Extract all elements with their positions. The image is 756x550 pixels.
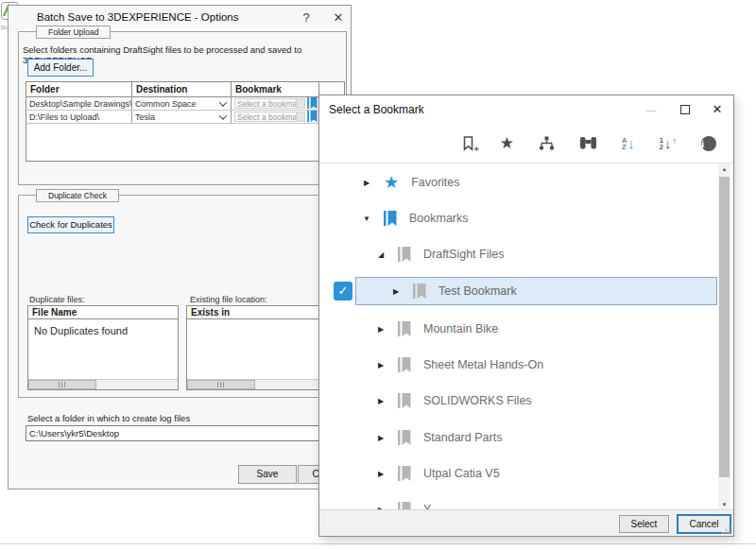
save-button[interactable]: Save: [238, 465, 297, 484]
add-bookmark-icon[interactable]: +: [463, 136, 475, 151]
destination-combo[interactable]: Tesla: [132, 111, 232, 123]
folder-upload-group-label: Folder Upload: [36, 26, 111, 39]
expanded-arrow-icon[interactable]: ▼: [362, 215, 371, 223]
hierarchy-icon[interactable]: [539, 136, 555, 151]
collapsed-arrow-icon[interactable]: ▶: [376, 397, 386, 405]
folder-cell[interactable]: Desktop\Sample Drawings\: [26, 97, 132, 110]
scrollbar-thumb[interactable]: [719, 177, 730, 477]
tree-item-label: Test Bookmark: [438, 284, 517, 298]
existing-location-label: Existing file location:: [190, 295, 267, 304]
favorites-star-icon[interactable]: ★: [500, 135, 514, 151]
horizontal-scrollbar[interactable]: [28, 379, 178, 389]
column-header-folder[interactable]: Folder: [26, 82, 132, 96]
bookmark-combo-value: Select a bookmark...: [235, 112, 296, 122]
bookmark-tree: ▶ ★ Favorites ▼ Bookmarks ◢ DraftSight F…: [325, 163, 730, 511]
bookmark-icon-gray: [398, 357, 411, 373]
resize-grip-icon[interactable]: [722, 524, 731, 534]
select-bookmark-dialog: Select a Bookmark — ✕ + ★: [318, 95, 734, 537]
plus-glyph: +: [473, 145, 478, 154]
close-icon[interactable]: ✕: [330, 9, 347, 26]
bookmark-icon-gray: [398, 430, 411, 446]
table-row[interactable]: Desktop\Sample Drawings\ Common Space Se…: [26, 97, 344, 111]
minimize-icon[interactable]: —: [643, 101, 660, 118]
folder-cell[interactable]: D:\Files to Upload\: [26, 111, 132, 123]
bookmark-combo[interactable]: Select a bookmark...: [234, 112, 305, 122]
collapsed-arrow-icon[interactable]: ▶: [376, 361, 386, 370]
tree-item-utpal-catia[interactable]: ▶ Utpal Catia V5: [376, 462, 500, 485]
bookmark-combo-value: Select a bookmark...: [235, 99, 296, 109]
destination-value: Common Space: [135, 99, 197, 109]
close-icon[interactable]: ✕: [709, 101, 726, 118]
vertical-scrollbar[interactable]: ▲ ▼: [718, 163, 730, 511]
bookmark-combo-dropdown[interactable]: [296, 112, 304, 121]
tree-item-bookmarks[interactable]: ▼ Bookmarks: [362, 207, 469, 230]
check-for-duplicates-button[interactable]: Check for Duplicates: [27, 216, 114, 233]
window-edge: [0, 543, 756, 544]
scrollbar-thumb[interactable]: [28, 380, 96, 389]
collapsed-arrow-icon[interactable]: ▶: [362, 179, 371, 187]
collapsed-arrow-icon[interactable]: ▶: [391, 287, 401, 296]
duplicate-files-list: File Name No Duplicates found: [27, 305, 179, 390]
column-header-destination[interactable]: Destination: [132, 82, 232, 96]
tree-item-favorites[interactable]: ▶ ★ Favorites: [362, 171, 460, 194]
help-button[interactable]: ?: [298, 9, 315, 26]
tree-item-solidworks-files[interactable]: ▶ SOLIDWORKS Files: [376, 389, 532, 412]
bookmark-icon-blue: [384, 211, 397, 227]
maximize-icon[interactable]: [677, 101, 694, 118]
grip-icon: [59, 382, 67, 387]
duplicate-check-group-label: Duplicate Check: [36, 189, 119, 202]
bookmark-dialog-titlebar: Select a Bookmark — ✕: [319, 95, 733, 120]
duplicate-files-content: No Duplicates found: [28, 320, 178, 379]
batch-save-options-dialog: Batch Save to 3DEXPERIENCE - Options ? ✕…: [8, 5, 352, 490]
collapsed-arrow-icon[interactable]: ▶: [376, 434, 386, 442]
destination-combo[interactable]: Common Space: [132, 97, 232, 110]
bookmark-picker-button[interactable]: [306, 97, 318, 110]
folder-table-header: Folder Destination Bookmark: [26, 82, 344, 97]
screen: DraftSight Batch Save to 3DEXPERIENCE - …: [0, 0, 756, 550]
search-binoculars-icon[interactable]: [579, 136, 597, 150]
existing-location-list: Exists in: [186, 305, 337, 390]
chevron-down-icon[interactable]: [219, 98, 227, 106]
scroll-up-icon[interactable]: ▲: [718, 163, 730, 176]
bookmark-cell: Select a bookmark...: [232, 97, 319, 110]
scrollbar-thumb[interactable]: [187, 380, 255, 389]
destination-value: Tesla: [135, 112, 155, 122]
add-folder-button[interactable]: Add Folder...: [27, 59, 94, 77]
bookmark-combo[interactable]: Select a bookmark...: [234, 98, 305, 109]
bookmark-icon-gray: [398, 466, 411, 482]
file-name-header[interactable]: File Name: [28, 306, 178, 319]
tree-item-sheet-metal[interactable]: ▶ Sheet Metal Hands-On: [376, 353, 543, 376]
tree-item-label: Bookmarks: [409, 212, 469, 225]
bookmark-toolbar: + ★: [319, 124, 733, 163]
log-folder-label: Select a folder in which to create log f…: [27, 413, 190, 423]
column-header-bookmark[interactable]: Bookmark: [232, 82, 319, 96]
expanded-arrow-icon[interactable]: ◢: [376, 250, 386, 259]
batch-dialog-title: Batch Save to 3DEXPERIENCE - Options: [37, 11, 238, 23]
tree-item-label: Utpal Catia V5: [423, 467, 500, 480]
tree-item-standard-parts[interactable]: ▶ Standard Parts: [376, 426, 502, 449]
exists-in-header[interactable]: Exists in: [187, 306, 336, 319]
tree-item-mountain-bike[interactable]: ▶ Mountain Bike: [376, 318, 498, 340]
select-button[interactable]: Select: [619, 515, 669, 533]
bookmark-dialog-footer: Select Cancel: [319, 509, 733, 536]
sort-alphabetical-icon[interactable]: A Z ↓: [622, 136, 635, 150]
tree-item-label: Sheet Metal Hands-On: [423, 358, 543, 371]
checkbox-checked[interactable]: ✓: [334, 282, 352, 301]
bookmark-combo-dropdown[interactable]: [296, 99, 304, 108]
log-folder-input[interactable]: [26, 425, 345, 441]
sort-numeric-icon[interactable]: 1 2 ↓ ↑: [660, 136, 677, 150]
tree-item-draftsight-files[interactable]: ◢ DraftSight Files: [376, 243, 504, 266]
down-arrow-glyph: ↓: [664, 136, 672, 150]
folder-table: Folder Destination Bookmark Desktop\Samp…: [26, 81, 345, 162]
chevron-down-icon[interactable]: [219, 112, 227, 119]
tree-item-label: DraftSight Files: [423, 248, 504, 261]
collapsed-arrow-icon[interactable]: ▶: [376, 470, 386, 478]
bookmark-picker-button[interactable]: [306, 111, 318, 123]
info-icon[interactable]: i: [701, 136, 716, 151]
horizontal-scrollbar[interactable]: [187, 379, 336, 389]
table-row[interactable]: D:\Files to Upload\ Tesla Select a bookm…: [26, 111, 344, 124]
tree-item-label: Mountain Bike: [423, 322, 498, 335]
bookmark-icon-gray: [413, 284, 426, 300]
collapsed-arrow-icon[interactable]: ▶: [376, 325, 386, 334]
tree-item-test-bookmark-selected[interactable]: ▶ Test Bookmark: [355, 277, 717, 305]
